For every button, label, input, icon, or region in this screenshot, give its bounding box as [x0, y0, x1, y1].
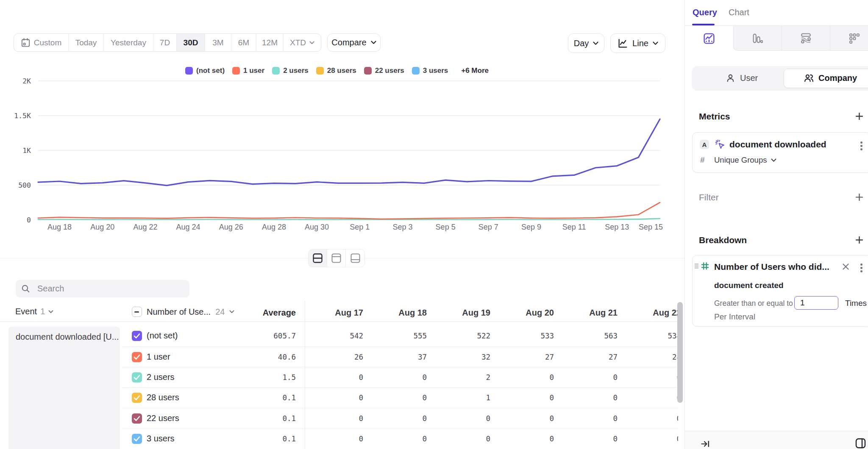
- add-breakdown-button[interactable]: [856, 236, 863, 244]
- company-icon: [804, 73, 814, 83]
- funnels-icon: [752, 33, 763, 44]
- date-range-custom[interactable]: Custom: [14, 34, 69, 51]
- date-column-header[interactable]: Aug 21: [559, 308, 623, 318]
- breakdown-card-title: Number of Users who did...: [714, 262, 829, 272]
- table-cell: 1: [432, 394, 495, 402]
- date-range-30d[interactable]: 30D: [177, 34, 205, 51]
- series-checkbox[interactable]: [132, 434, 142, 444]
- table-cell: 522: [432, 332, 495, 340]
- times-label: Times: [845, 299, 867, 308]
- aggregation-symbol: #: [700, 155, 705, 165]
- series-label: (not set): [147, 331, 178, 341]
- layout-table-icon: [351, 253, 360, 263]
- compare-button[interactable]: Compare: [327, 33, 381, 52]
- query-panel: Query Chart: [685, 0, 868, 449]
- chevron-down-icon: [48, 310, 53, 313]
- tab-funnels[interactable]: [733, 26, 782, 51]
- side-panel-icon[interactable]: [855, 438, 866, 449]
- layout-chart-button[interactable]: [327, 249, 346, 267]
- add-metric-button[interactable]: [856, 113, 863, 120]
- entity-user-label: User: [740, 73, 758, 83]
- date-range-label: Today: [75, 38, 97, 47]
- date-range-label: 6M: [238, 38, 249, 47]
- collapse-panel-icon[interactable]: [701, 440, 709, 448]
- date-range-xtd[interactable]: XTD: [284, 34, 321, 51]
- series-line--not-set-[interactable]: [38, 119, 660, 186]
- select-all-checkbox[interactable]: [132, 307, 142, 317]
- date-column-header[interactable]: Aug 19: [432, 308, 495, 318]
- date-column-header[interactable]: Aug 20: [495, 308, 559, 318]
- series-average: 605.7: [273, 332, 296, 340]
- insights-report-main: CustomTodayYesterday7D30D3M6M12MXTD Comp…: [0, 0, 685, 449]
- breakdown-menu-button[interactable]: [860, 267, 862, 269]
- date-range-7d[interactable]: 7D: [153, 34, 177, 51]
- breakdown-card[interactable]: Number of Users who did... document crea…: [692, 255, 868, 327]
- entity-option-user[interactable]: User: [725, 73, 758, 83]
- date-column-header[interactable]: Aug 18: [368, 308, 432, 318]
- table-row: 3 users0.1000000: [122, 429, 678, 449]
- metric-event-name[interactable]: document downloaded: [729, 139, 826, 150]
- aggregation-selector[interactable]: Unique Groups: [714, 155, 776, 165]
- date-range-3m[interactable]: 3M: [205, 34, 231, 51]
- granularity-dropdown[interactable]: Day: [568, 33, 604, 53]
- date-range-6m[interactable]: 6M: [231, 34, 256, 51]
- date-column-header[interactable]: Aug 22: [623, 308, 678, 318]
- series-checkbox[interactable]: [132, 352, 142, 362]
- table-cell: 0: [495, 414, 559, 423]
- check-icon: [132, 413, 142, 424]
- event-name-cell[interactable]: document downloaded [U...: [8, 327, 120, 449]
- report-type-tabs: [685, 26, 868, 51]
- tab-insights[interactable]: [685, 26, 733, 51]
- entity-option-company[interactable]: Company: [804, 73, 857, 83]
- date-range-yesterday[interactable]: Yesterday: [104, 34, 153, 51]
- tab-query[interactable]: Query: [693, 8, 717, 17]
- check-icon: [132, 434, 142, 444]
- check-icon: [132, 393, 142, 403]
- table-cell: 0: [623, 435, 678, 443]
- x-axis-tick-label: Aug 28: [262, 223, 286, 231]
- series-column-header[interactable]: Number of Use... 24: [132, 307, 234, 317]
- tab-chart[interactable]: Chart: [729, 8, 749, 17]
- table-scrollbar[interactable]: [677, 302, 683, 403]
- tab-flows[interactable]: [782, 26, 830, 51]
- series-checkbox[interactable]: [132, 413, 142, 424]
- series-column-label: Number of Use...: [147, 307, 211, 317]
- date-range-label: Custom: [34, 38, 61, 47]
- drag-handle-icon[interactable]: [694, 263, 699, 269]
- date-column-header[interactable]: Aug 17: [305, 308, 368, 318]
- table-cell: 0: [305, 435, 368, 443]
- insights-icon: [704, 33, 715, 44]
- series-label: 1 user: [147, 352, 170, 362]
- times-input[interactable]: [794, 296, 838, 310]
- series-line-1-user[interactable]: [38, 202, 660, 219]
- average-column-header[interactable]: Average: [263, 308, 296, 318]
- entity-toggle: User Company: [692, 66, 868, 91]
- y-axis-tick-label: 1K: [22, 147, 31, 155]
- line-chart-icon: [618, 38, 628, 49]
- x-axis-tick-label: Sep 13: [605, 223, 629, 231]
- series-average: 0.1: [282, 435, 296, 443]
- date-range-today[interactable]: Today: [69, 34, 104, 51]
- search-input[interactable]: Search: [16, 280, 189, 297]
- event-column-count: 1: [40, 307, 45, 316]
- y-axis-tick-label: 1.5K: [14, 112, 31, 120]
- layout-chart-icon: [331, 253, 341, 263]
- search-placeholder: Search: [37, 284, 64, 294]
- line-chart[interactable]: 05001K1.5K2KAug 18Aug 20Aug 22Aug 24Aug …: [0, 72, 685, 237]
- date-range-12m[interactable]: 12M: [256, 34, 284, 51]
- x-axis-tick-label: Sep 5: [436, 223, 456, 231]
- event-column-header[interactable]: Event 1: [15, 307, 53, 316]
- chart-type-dropdown[interactable]: Line: [610, 33, 665, 53]
- metric-menu-button[interactable]: [860, 145, 862, 147]
- table-cell: 27: [559, 353, 623, 361]
- add-filter-button[interactable]: [856, 194, 863, 201]
- series-checkbox[interactable]: [132, 393, 142, 403]
- tab-retention[interactable]: [830, 26, 868, 51]
- chevron-down-icon: [653, 42, 658, 45]
- layout-split-button[interactable]: [309, 249, 327, 267]
- close-icon[interactable]: [843, 263, 849, 270]
- series-checkbox[interactable]: [132, 372, 142, 382]
- series-checkbox[interactable]: [132, 331, 142, 341]
- metric-card[interactable]: A document downloaded # Unique Groups: [692, 132, 868, 173]
- layout-table-button[interactable]: [346, 249, 364, 267]
